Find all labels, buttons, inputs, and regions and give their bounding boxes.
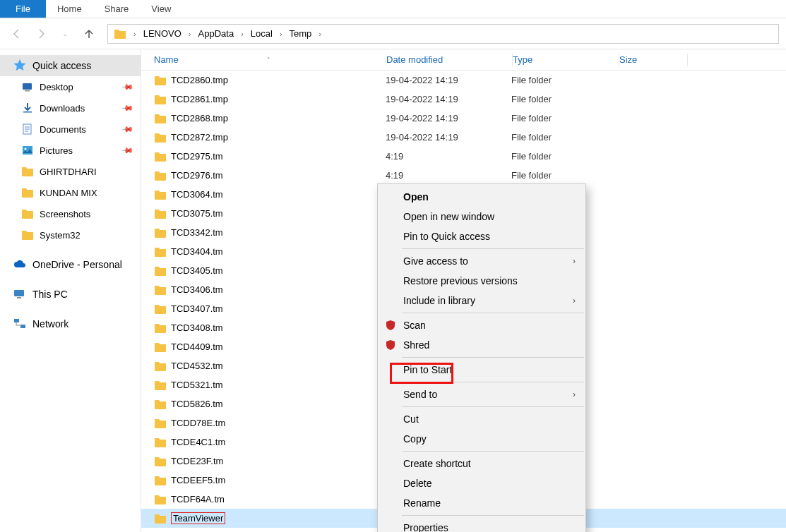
column-header-type[interactable]: Type bbox=[513, 54, 619, 65]
breadcrumb-item[interactable]: AppData bbox=[196, 27, 237, 40]
sidebar-item[interactable]: System32 bbox=[0, 224, 141, 246]
folder-icon bbox=[154, 93, 167, 106]
ribbon-tabs: File Home Share View bbox=[0, 0, 786, 18]
file-name: TCD3342.tm bbox=[171, 227, 223, 238]
sidebar-item-label: System32 bbox=[40, 230, 81, 241]
context-menu-pin-to-start[interactable]: Pin to Start bbox=[378, 360, 585, 380]
context-menu-scan[interactable]: Scan bbox=[378, 315, 585, 335]
sidebar-item[interactable]: Pictures📌 bbox=[0, 140, 141, 161]
file-row[interactable]: TCD2872.tmp19-04-2022 14:19File folder bbox=[141, 128, 786, 147]
sidebar-item[interactable]: KUNDAN MIX bbox=[0, 182, 141, 203]
folder-icon bbox=[154, 169, 167, 182]
column-headers: Nameˆ Date modified Type Size bbox=[141, 49, 786, 71]
context-menu-separator bbox=[402, 382, 584, 382]
context-menu-properties[interactable]: Properties bbox=[378, 518, 585, 532]
context-menu-separator bbox=[402, 451, 584, 452]
file-name: TCD3064.tm bbox=[171, 189, 223, 200]
file-row[interactable]: TCD2976.tm4:19File folder bbox=[141, 166, 786, 185]
sidebar-item[interactable]: Downloads📌 bbox=[0, 97, 141, 119]
file-row[interactable]: TCD2861.tmp19-04-2022 14:19File folder bbox=[141, 90, 786, 109]
folder-icon bbox=[154, 493, 167, 506]
sidebar-item-label: Desktop bbox=[40, 82, 73, 92]
file-name: TCD3408.tm bbox=[171, 322, 223, 333]
file-date: 4:19 bbox=[386, 151, 511, 162]
context-menu-shred[interactable]: Shred bbox=[378, 335, 585, 355]
context-menu-include-in-library[interactable]: Include in library› bbox=[378, 291, 585, 310]
ribbon-tab-home[interactable]: Home bbox=[46, 0, 93, 18]
file-name: TCDE4C1.tm bbox=[171, 437, 225, 447]
context-menu-open[interactable]: Open bbox=[378, 187, 585, 207]
context-menu-restore-previous-versions[interactable]: Restore previous versions bbox=[378, 271, 585, 291]
file-row[interactable]: TCD2868.tmp19-04-2022 14:19File folder bbox=[141, 109, 786, 128]
sidebar-this-pc[interactable]: This PC bbox=[0, 284, 141, 305]
context-menu-send-to[interactable]: Send to› bbox=[378, 385, 585, 404]
folder-icon bbox=[154, 474, 167, 487]
chevron-right-icon: › bbox=[316, 30, 324, 38]
breadcrumb-item[interactable]: Temp bbox=[287, 27, 315, 40]
file-date: 19-04-2022 14:19 bbox=[386, 113, 511, 123]
context-menu-open-new-window[interactable]: Open in new window bbox=[378, 207, 585, 226]
chevron-right-icon: › bbox=[573, 296, 576, 306]
file-row[interactable]: TCD2975.tm4:19File folder bbox=[141, 147, 786, 166]
file-name: TCD2868.tmp bbox=[171, 113, 228, 123]
cloud-icon bbox=[13, 258, 27, 272]
chevron-right-icon: › bbox=[573, 256, 576, 266]
breadcrumb-folder-icon bbox=[114, 28, 126, 40]
sidebar-onedrive[interactable]: OneDrive - Personal bbox=[0, 254, 141, 275]
ribbon-tab-share[interactable]: Share bbox=[93, 0, 141, 18]
file-name: TCD5321.tm bbox=[171, 380, 223, 390]
file-type: File folder bbox=[511, 170, 617, 181]
context-menu-create-shortcut[interactable]: Create shortcut bbox=[378, 454, 585, 473]
ribbon-tab-view[interactable]: View bbox=[140, 0, 182, 18]
breadcrumb-item[interactable]: LENOVO bbox=[141, 27, 184, 40]
chevron-right-icon: › bbox=[277, 30, 285, 38]
column-header-size[interactable]: Size bbox=[619, 54, 687, 65]
context-menu-give-access-to[interactable]: Give access to› bbox=[378, 251, 585, 271]
file-type: File folder bbox=[511, 132, 617, 143]
context-menu-copy[interactable]: Copy bbox=[378, 429, 585, 449]
network-icon bbox=[13, 317, 27, 331]
file-row[interactable]: TCD2860.tmp19-04-2022 14:19File folder bbox=[141, 71, 786, 90]
svg-rect-0 bbox=[23, 83, 32, 90]
folder-icon bbox=[154, 207, 167, 220]
breadcrumb[interactable]: › LENOVO › AppData › Local › Temp › bbox=[107, 24, 779, 44]
folder-icon bbox=[154, 284, 167, 296]
sidebar-item-label: OneDrive - Personal bbox=[32, 259, 122, 270]
context-menu-pin-quick-access[interactable]: Pin to Quick access bbox=[378, 226, 585, 246]
folder-icon bbox=[154, 112, 167, 125]
context-menu-rename[interactable]: Rename bbox=[378, 493, 585, 513]
context-menu-cut[interactable]: Cut bbox=[378, 409, 585, 429]
sidebar-item-label: Quick access bbox=[32, 60, 91, 71]
file-name: TCD2872.tmp bbox=[171, 132, 228, 143]
sidebar-quick-access[interactable]: Quick access bbox=[0, 55, 141, 76]
context-menu-delete[interactable]: Delete bbox=[378, 473, 585, 493]
chevron-right-icon: › bbox=[573, 389, 576, 399]
folder-icon bbox=[154, 455, 167, 468]
sidebar-item[interactable]: GHIRTDHARI bbox=[0, 161, 141, 182]
nav-back-button[interactable] bbox=[7, 24, 27, 44]
chevron-right-icon: › bbox=[131, 30, 139, 38]
ribbon-tab-file[interactable]: File bbox=[0, 0, 46, 18]
sidebar-network[interactable]: Network bbox=[0, 313, 141, 334]
computer-icon bbox=[13, 287, 27, 301]
column-header-name[interactable]: Nameˆ bbox=[154, 54, 386, 65]
folder-icon bbox=[154, 379, 167, 392]
sort-caret-icon: ˆ bbox=[268, 56, 270, 64]
nav-up-button[interactable] bbox=[79, 24, 99, 44]
sidebar-item[interactable]: Documents📌 bbox=[0, 119, 141, 140]
breadcrumb-item[interactable]: Local bbox=[248, 27, 275, 40]
file-type: File folder bbox=[511, 151, 617, 162]
sidebar-item-icon bbox=[21, 144, 34, 157]
sidebar-item-label: Documents bbox=[40, 124, 86, 135]
sidebar-item-icon bbox=[21, 165, 34, 178]
sidebar-item[interactable]: Desktop📌 bbox=[0, 76, 141, 97]
file-name: TCD4532.tm bbox=[171, 361, 223, 371]
svg-rect-2 bbox=[23, 111, 32, 113]
sidebar-item[interactable]: Screenshots bbox=[0, 203, 141, 224]
nav-forward-button[interactable] bbox=[31, 24, 51, 44]
column-header-date[interactable]: Date modified bbox=[386, 54, 512, 65]
star-icon bbox=[13, 59, 27, 73]
file-name: TCD3406.tm bbox=[171, 284, 223, 295]
nav-recent-button[interactable]: ⌄ bbox=[55, 24, 75, 44]
svg-rect-6 bbox=[14, 290, 24, 296]
